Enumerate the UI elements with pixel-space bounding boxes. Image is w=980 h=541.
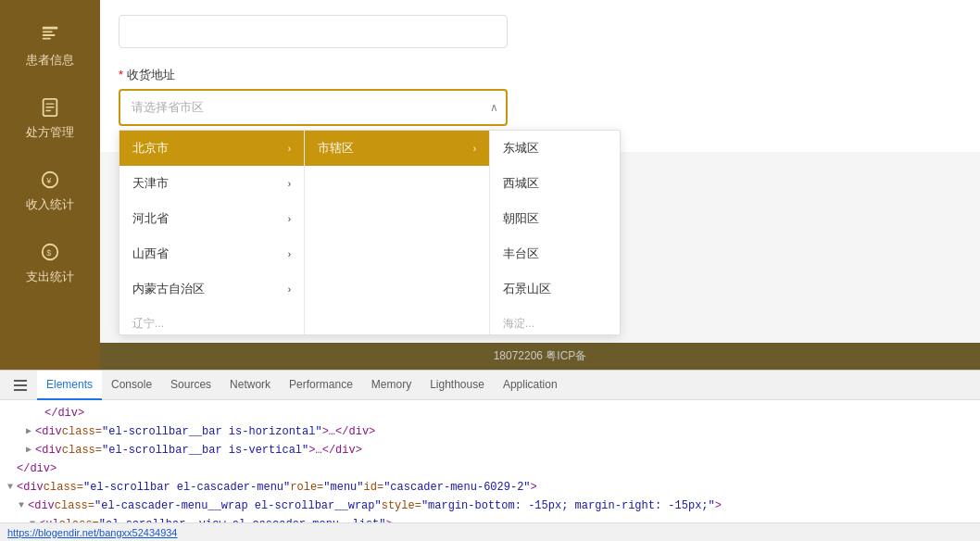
svg-rect-2 xyxy=(43,34,56,36)
svg-rect-5 xyxy=(45,103,54,104)
cascade-arrow-icon: › xyxy=(288,214,291,224)
sidebar-label-prescription: 处方管理 xyxy=(26,124,74,141)
cascader-arrow-icon: ∧ xyxy=(490,101,498,114)
cascader-item-shanxi[interactable]: 山西省 › xyxy=(119,236,304,271)
form-section: 收货地址 请选择省市区 ∧ 北京市 xyxy=(100,0,980,152)
code-line-2: <div class= "el-scrollbar__bar is-horizo… xyxy=(7,422,973,441)
cascader-item-label: 北京市 xyxy=(132,140,169,157)
cascader-item-label: 山西省 xyxy=(132,245,169,262)
cascader-item-tianjin[interactable]: 天津市 › xyxy=(119,166,304,201)
svg-text:$: $ xyxy=(46,248,51,258)
cascader-wrap: 请选择省市区 ∧ 北京市 › xyxy=(119,89,508,126)
page-content: 收货地址 请选择省市区 ∧ 北京市 xyxy=(100,0,980,370)
district-item-chaoyang[interactable]: 朝阳区 xyxy=(490,201,620,236)
tab-lighthouse[interactable]: Lighthouse xyxy=(421,371,494,400)
cascade-arrow-icon: › xyxy=(288,179,291,189)
code-line-4: </div> xyxy=(7,459,973,478)
cascader-panel-province: 北京市 › 天津市 › 河北省 › xyxy=(119,131,305,334)
icp-bar: 18072206 粤ICP备 xyxy=(100,343,980,370)
tab-elements[interactable]: Elements xyxy=(37,371,102,400)
cascader-item-beijing[interactable]: 北京市 › xyxy=(119,131,304,166)
district-item-shijingshan[interactable]: 石景山区 xyxy=(490,271,620,307)
cascader-item-label: 内蒙古自治区 xyxy=(132,281,205,297)
doc-icon xyxy=(37,94,63,120)
cascade-arrow-icon: › xyxy=(288,144,291,154)
cascader-panel-city: 市辖区 › xyxy=(305,131,490,334)
income-icon: ¥ xyxy=(37,167,63,193)
collapse-toggle[interactable] xyxy=(19,497,28,514)
sidebar-item-expense[interactable]: $ 支出统计 xyxy=(0,226,100,298)
sidebar-label-income: 收入统计 xyxy=(26,196,74,213)
svg-rect-3 xyxy=(43,38,51,40)
cascader-panel-district: 东城区 西城区 朝阳区 丰台区 石景山区 海淀... xyxy=(490,131,620,334)
cascade-arrow-icon: › xyxy=(288,284,291,295)
status-url-link[interactable]: https://blogendir.net/bangxx52434934 xyxy=(7,527,177,538)
cascade-arrow-icon: › xyxy=(473,144,476,154)
svg-rect-13 xyxy=(14,384,27,386)
svg-rect-0 xyxy=(43,27,58,30)
sidebar-label-patient: 患者信息 xyxy=(26,52,74,69)
sidebar-item-patient[interactable]: 患者信息 xyxy=(0,9,100,82)
code-line-1: </div> xyxy=(7,404,973,422)
cascader-item-hebei[interactable]: 河北省 › xyxy=(119,201,304,236)
form-field-top xyxy=(119,15,961,56)
cascader-item-label: 天津市 xyxy=(132,175,169,192)
district-item-haidian[interactable]: 海淀... xyxy=(490,307,620,334)
app-container: 患者信息 处方管理 ¥ xyxy=(0,0,980,541)
tab-performance[interactable]: Performance xyxy=(280,371,362,400)
devtools-code-area[interactable]: </div> <div class= "el-scrollbar__bar is… xyxy=(0,400,980,522)
cascader-item-label: 辽宁... xyxy=(132,316,164,332)
sidebar-item-income[interactable]: ¥ 收入统计 xyxy=(0,154,100,226)
svg-rect-1 xyxy=(43,31,53,32)
form-field-shipping: 收货地址 请选择省市区 ∧ 北京市 xyxy=(119,67,961,126)
district-item-xicheng[interactable]: 西城区 xyxy=(490,166,620,201)
shipping-label: 收货地址 xyxy=(119,67,961,83)
tab-memory[interactable]: Memory xyxy=(362,371,421,400)
tab-console[interactable]: Console xyxy=(102,371,161,400)
top-input[interactable] xyxy=(119,15,508,48)
svg-rect-14 xyxy=(14,389,27,391)
main-area: 患者信息 处方管理 ¥ xyxy=(0,0,980,370)
code-line-7: <ul class= "el-scrollbar__view el-cascad… xyxy=(7,515,973,522)
devtools-status-bar: https://blogendir.net/bangxx52434934 xyxy=(0,522,980,541)
cascader-item-liaoning[interactable]: 辽宁... xyxy=(119,307,304,334)
svg-rect-12 xyxy=(14,380,27,382)
cascader-item-label: 市辖区 xyxy=(318,140,354,157)
collapse-toggle[interactable] xyxy=(26,442,35,459)
collapse-toggle[interactable] xyxy=(26,423,35,440)
devtools-panel-toggle[interactable] xyxy=(7,378,33,393)
code-line-3: <div class= "el-scrollbar__bar is-vertic… xyxy=(7,441,973,459)
collapse-toggle[interactable] xyxy=(7,479,17,496)
sidebar: 患者信息 处方管理 ¥ xyxy=(0,0,100,370)
devtools-panel: Elements Console Sources Network Perform… xyxy=(0,370,980,541)
tab-sources[interactable]: Sources xyxy=(161,371,220,400)
user-icon xyxy=(37,22,63,48)
cascader-item-label: 河北省 xyxy=(132,210,169,227)
collapse-toggle[interactable] xyxy=(30,516,39,522)
code-line-5: <div class= "el-scrollbar el-cascader-me… xyxy=(7,478,973,497)
sidebar-label-expense: 支出统计 xyxy=(26,269,74,285)
cascader-item-neimenggu[interactable]: 内蒙古自治区 › xyxy=(119,271,304,307)
district-item-fengtai[interactable]: 丰台区 xyxy=(490,236,620,271)
svg-text:¥: ¥ xyxy=(45,176,52,185)
sidebar-item-prescription[interactable]: 处方管理 xyxy=(0,82,100,154)
tab-application[interactable]: Application xyxy=(494,371,567,400)
expense-icon: $ xyxy=(37,239,63,265)
tab-network[interactable]: Network xyxy=(220,371,280,400)
devtools-toolbar: Elements Console Sources Network Perform… xyxy=(0,371,980,400)
cascader-dropdown: 北京市 › 天津市 › 河北省 › xyxy=(119,130,621,335)
code-line-6: <div class= "el-cascader-menu__wrap el-s… xyxy=(7,497,973,515)
svg-rect-6 xyxy=(45,107,54,107)
cascade-arrow-icon: › xyxy=(288,249,291,259)
cascader-trigger[interactable]: 请选择省市区 ∧ xyxy=(119,89,508,126)
district-item-dongcheng[interactable]: 东城区 xyxy=(490,131,620,166)
svg-rect-7 xyxy=(45,110,51,111)
cascader-item-shixiaqu[interactable]: 市辖区 › xyxy=(305,131,489,166)
cascader-placeholder: 请选择省市区 xyxy=(132,99,472,116)
icp-text: 18072206 粤ICP备 xyxy=(494,349,587,362)
